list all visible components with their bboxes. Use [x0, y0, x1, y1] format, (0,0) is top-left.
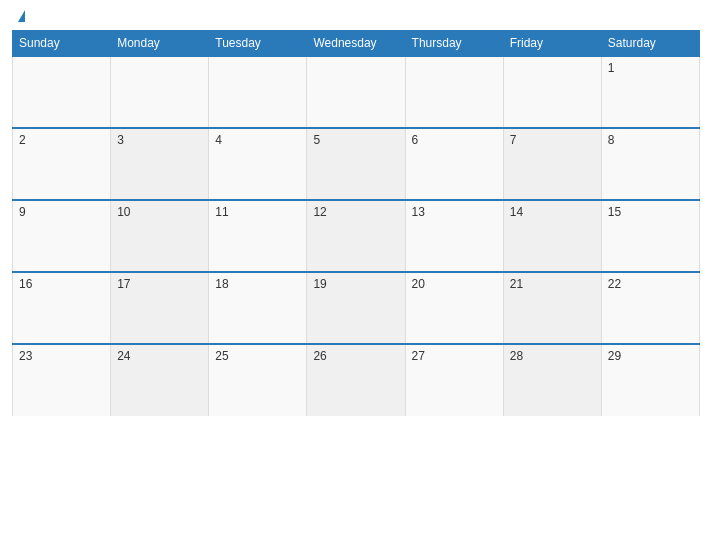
header-saturday: Saturday [601, 31, 699, 57]
day-number: 16 [19, 277, 32, 291]
calendar-day: 7 [503, 128, 601, 200]
calendar-day: 4 [209, 128, 307, 200]
calendar-day: 21 [503, 272, 601, 344]
calendar-day: 14 [503, 200, 601, 272]
day-number: 20 [412, 277, 425, 291]
calendar-week-1: 1 [13, 56, 700, 128]
header-wednesday: Wednesday [307, 31, 405, 57]
calendar-header [12, 10, 700, 22]
day-number: 2 [19, 133, 26, 147]
calendar-day: 11 [209, 200, 307, 272]
calendar-day: 20 [405, 272, 503, 344]
calendar-day: 12 [307, 200, 405, 272]
calendar-day: 25 [209, 344, 307, 416]
day-number: 7 [510, 133, 517, 147]
calendar-day: 1 [601, 56, 699, 128]
calendar-day: 24 [111, 344, 209, 416]
header-friday: Friday [503, 31, 601, 57]
day-number: 24 [117, 349, 130, 363]
calendar-day: 8 [601, 128, 699, 200]
day-number: 9 [19, 205, 26, 219]
calendar-day: 17 [111, 272, 209, 344]
day-number: 10 [117, 205, 130, 219]
day-number: 27 [412, 349, 425, 363]
day-number: 21 [510, 277, 523, 291]
calendar-day: 2 [13, 128, 111, 200]
header-sunday: Sunday [13, 31, 111, 57]
calendar-week-2: 2345678 [13, 128, 700, 200]
calendar-week-4: 16171819202122 [13, 272, 700, 344]
calendar-day [209, 56, 307, 128]
calendar-day: 10 [111, 200, 209, 272]
day-number: 19 [313, 277, 326, 291]
calendar-day: 15 [601, 200, 699, 272]
calendar-day: 13 [405, 200, 503, 272]
day-number: 22 [608, 277, 621, 291]
day-number: 29 [608, 349, 621, 363]
calendar-day: 19 [307, 272, 405, 344]
day-number: 11 [215, 205, 228, 219]
day-number: 5 [313, 133, 320, 147]
day-number: 4 [215, 133, 222, 147]
day-number: 17 [117, 277, 130, 291]
header-tuesday: Tuesday [209, 31, 307, 57]
calendar-day [307, 56, 405, 128]
day-number: 1 [608, 61, 615, 75]
calendar-day: 3 [111, 128, 209, 200]
calendar-day: 16 [13, 272, 111, 344]
day-number: 8 [608, 133, 615, 147]
calendar-day [405, 56, 503, 128]
calendar-day [111, 56, 209, 128]
calendar-day: 28 [503, 344, 601, 416]
calendar-day: 18 [209, 272, 307, 344]
calendar-day [503, 56, 601, 128]
logo [16, 10, 25, 22]
day-number: 12 [313, 205, 326, 219]
day-number: 18 [215, 277, 228, 291]
logo-triangle-icon [18, 10, 25, 22]
day-number: 13 [412, 205, 425, 219]
calendar-day: 29 [601, 344, 699, 416]
calendar-week-5: 23242526272829 [13, 344, 700, 416]
calendar-week-3: 9101112131415 [13, 200, 700, 272]
day-number: 26 [313, 349, 326, 363]
day-number: 14 [510, 205, 523, 219]
calendar-day: 9 [13, 200, 111, 272]
day-number: 15 [608, 205, 621, 219]
day-number: 6 [412, 133, 419, 147]
header-thursday: Thursday [405, 31, 503, 57]
day-number: 23 [19, 349, 32, 363]
calendar-day: 6 [405, 128, 503, 200]
calendar-day: 27 [405, 344, 503, 416]
day-number: 28 [510, 349, 523, 363]
calendar-day: 26 [307, 344, 405, 416]
weekday-header-row: Sunday Monday Tuesday Wednesday Thursday… [13, 31, 700, 57]
day-number: 25 [215, 349, 228, 363]
day-number: 3 [117, 133, 124, 147]
header-monday: Monday [111, 31, 209, 57]
calendar-day [13, 56, 111, 128]
calendar-table: Sunday Monday Tuesday Wednesday Thursday… [12, 30, 700, 416]
calendar-day: 5 [307, 128, 405, 200]
calendar-day: 23 [13, 344, 111, 416]
calendar-container: Sunday Monday Tuesday Wednesday Thursday… [0, 0, 712, 550]
calendar-day: 22 [601, 272, 699, 344]
